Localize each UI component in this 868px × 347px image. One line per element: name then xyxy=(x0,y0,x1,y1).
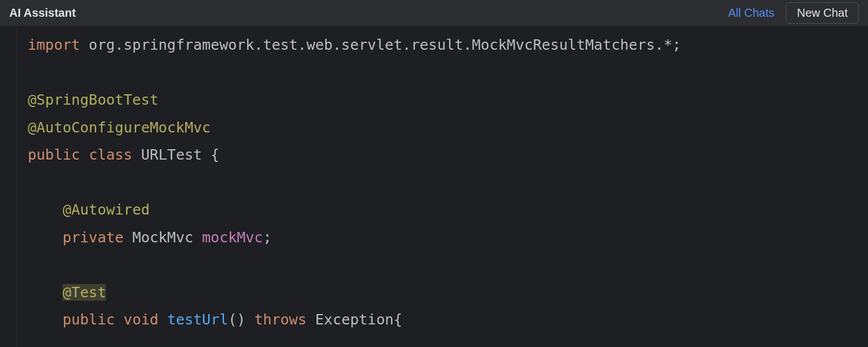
code-token: @Autowired xyxy=(62,201,150,218)
code-token: void xyxy=(124,311,159,328)
code-token: testUrl xyxy=(167,311,228,328)
all-chats-link[interactable]: All Chats xyxy=(728,6,774,20)
code-indent xyxy=(28,284,62,301)
code-token: class xyxy=(89,146,132,163)
code-token: { xyxy=(202,146,219,163)
code-token: MockMvc xyxy=(133,229,193,246)
panel-title: AI Assistant xyxy=(9,6,76,20)
header-actions: All Chats New Chat xyxy=(728,2,859,24)
header: AI Assistant All Chats New Chat xyxy=(0,0,868,27)
code-indent xyxy=(28,201,62,218)
code-token: Exception xyxy=(315,311,393,328)
code-token: ; xyxy=(263,229,271,246)
code-block[interactable]: import org.springframework.test.web.serv… xyxy=(17,27,868,347)
code-token: public xyxy=(28,146,80,163)
code-token: @SpringBootTest xyxy=(28,91,159,108)
code-token: public xyxy=(62,311,115,328)
code-token: import xyxy=(28,36,80,53)
code-indent xyxy=(28,229,62,246)
code-token: org.springframework.test.web.servlet.res… xyxy=(80,36,681,53)
code-gutter xyxy=(0,27,17,347)
content: import org.springframework.test.web.serv… xyxy=(0,27,868,347)
code-token: mockMvc xyxy=(202,229,263,246)
code-indent xyxy=(28,311,62,328)
code-token: @AutoConfigureMockMvc xyxy=(28,119,211,136)
code-token: URLTest xyxy=(141,146,202,163)
code-token: () xyxy=(228,311,245,328)
new-chat-button[interactable]: New Chat xyxy=(786,2,859,24)
code-token: throws xyxy=(254,311,306,328)
code-token: @Test xyxy=(62,284,106,301)
code-token: private xyxy=(62,229,123,246)
code-token: { xyxy=(393,311,402,328)
